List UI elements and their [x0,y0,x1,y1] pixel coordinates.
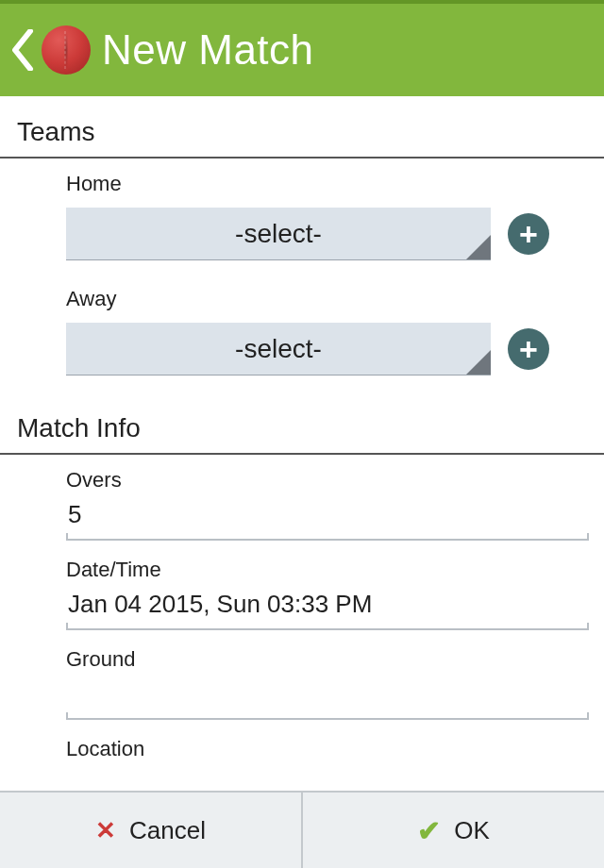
overs-label: Overs [66,468,589,492]
form-content: Teams Home -select- + Away -select- + Ma… [0,96,604,791]
field-overs: Overs [0,459,604,541]
datetime-input[interactable] [66,586,589,626]
away-team-value: -select- [235,334,322,364]
datetime-label: Date/Time [66,558,589,582]
footer-bar: ✕ Cancel ✔ OK [0,791,604,868]
cancel-label: Cancel [129,816,206,845]
overs-input[interactable] [66,496,589,537]
add-home-team-button[interactable]: + [508,213,549,255]
section-heading-match-info: Match Info [0,392,604,455]
away-team-label: Away [66,287,589,311]
field-home-team: Home -select- + [0,162,604,260]
location-label: Location [66,737,589,761]
home-team-label: Home [66,172,589,196]
back-chevron-icon[interactable] [6,22,40,78]
plus-icon: + [519,218,538,250]
cancel-button[interactable]: ✕ Cancel [0,793,303,868]
away-team-select[interactable]: -select- [66,323,491,376]
home-team-value: -select- [235,219,322,249]
ground-input[interactable] [66,676,589,716]
cricket-ball-icon [42,25,91,75]
page-title: New Match [102,26,314,74]
check-icon: ✔ [417,814,441,847]
field-ground: Ground [0,638,604,720]
section-heading-teams: Teams [0,96,604,159]
ok-button[interactable]: ✔ OK [303,793,604,868]
field-away-team: Away -select- + [0,277,604,376]
ok-label: OK [454,816,490,845]
close-icon: ✕ [95,816,116,845]
app-header: New Match [0,0,604,96]
home-team-select[interactable]: -select- [66,208,491,260]
plus-icon: + [519,333,538,365]
add-away-team-button[interactable]: + [508,328,549,370]
field-datetime: Date/Time [0,548,604,630]
ground-label: Ground [66,647,589,672]
